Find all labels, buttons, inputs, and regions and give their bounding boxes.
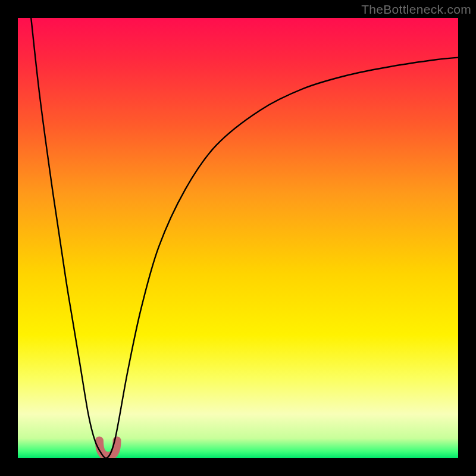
watermark-text: TheBottleneck.com: [361, 2, 471, 17]
plot-area: [18, 18, 458, 458]
chart-canvas: [18, 18, 458, 458]
outer-frame: TheBottleneck.com: [0, 0, 476, 476]
